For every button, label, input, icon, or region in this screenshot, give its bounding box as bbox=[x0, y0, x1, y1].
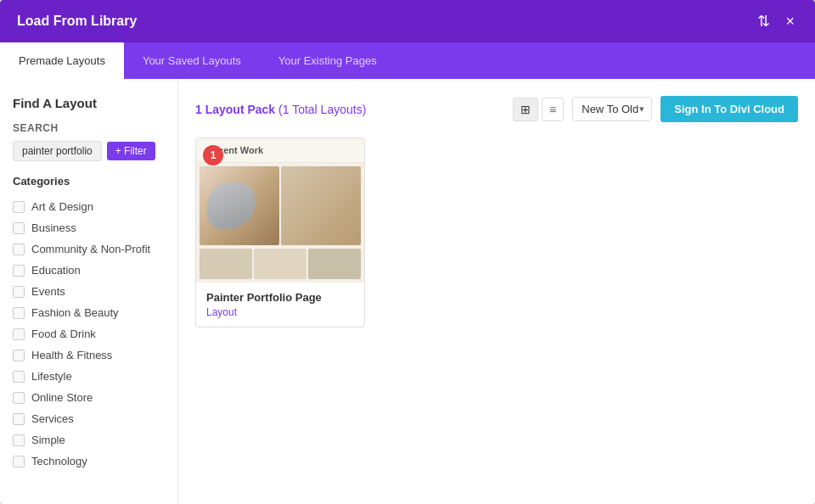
card-thumbnail-bottom bbox=[196, 249, 364, 283]
categories-list: Art & Design Business Community & Non-Pr… bbox=[13, 196, 165, 472]
layout-card-painter-portfolio[interactable]: Recent Work 1 Painter Portfolio Page Lay… bbox=[195, 137, 365, 328]
category-item-services[interactable]: Services bbox=[13, 408, 165, 429]
category-label-events: Events bbox=[31, 285, 65, 298]
card-thumbnail-images bbox=[196, 163, 364, 249]
category-label-simple: Simple bbox=[31, 434, 65, 446]
category-item-health-fitness[interactable]: Health & Fitness bbox=[13, 344, 165, 366]
layout-count-detail: (1 Total Layouts) bbox=[278, 103, 366, 116]
thumbnail-bottom-3 bbox=[308, 249, 361, 279]
grid-view-button[interactable]: ⊞ bbox=[513, 98, 538, 121]
category-item-fashion-beauty[interactable]: Fashion & Beauty bbox=[13, 302, 165, 323]
category-item-community[interactable]: Community & Non-Profit bbox=[13, 238, 165, 260]
category-item-business[interactable]: Business bbox=[13, 217, 165, 238]
tab-premade-layouts[interactable]: Premade Layouts bbox=[0, 42, 124, 79]
category-checkbox-education[interactable] bbox=[13, 265, 25, 277]
close-button[interactable]: × bbox=[782, 9, 798, 34]
thumbnail-image-right bbox=[281, 166, 361, 245]
category-item-technology[interactable]: Technology bbox=[13, 451, 165, 472]
list-view-button[interactable]: ≡ bbox=[542, 98, 564, 121]
category-checkbox-services[interactable] bbox=[13, 413, 25, 425]
modal-header: Load From Library ⇅ × bbox=[0, 0, 815, 42]
search-label: Search bbox=[13, 122, 165, 134]
content-header: 1 Layout Pack (1 Total Layouts) ⊞ ≡ New … bbox=[195, 96, 798, 122]
tab-existing-pages[interactable]: Your Existing Pages bbox=[260, 42, 396, 79]
category-item-education[interactable]: Education bbox=[13, 260, 165, 281]
content-controls: ⊞ ≡ New To OldOld To NewA to ZZ to A Sig… bbox=[513, 96, 798, 122]
category-checkbox-events[interactable] bbox=[13, 286, 25, 298]
thumbnail-image-left bbox=[200, 166, 279, 245]
category-checkbox-fashion-beauty[interactable] bbox=[13, 307, 25, 319]
category-label-lifestyle: Lifestyle bbox=[31, 370, 72, 383]
layouts-grid: Recent Work 1 Painter Portfolio Page Lay… bbox=[195, 137, 798, 328]
layout-count-text: 1 Layout Pack bbox=[195, 103, 275, 116]
category-item-online-store[interactable]: Online Store bbox=[13, 387, 165, 408]
categories-title: Categories bbox=[13, 175, 165, 188]
category-checkbox-food-drink[interactable] bbox=[13, 328, 25, 340]
category-item-events[interactable]: Events bbox=[13, 281, 165, 302]
category-label-technology: Technology bbox=[31, 455, 87, 468]
category-checkbox-technology[interactable] bbox=[13, 456, 25, 468]
card-name: Painter Portfolio Page bbox=[206, 291, 354, 304]
category-checkbox-lifestyle[interactable] bbox=[13, 371, 25, 383]
view-icons: ⊞ ≡ bbox=[513, 98, 564, 121]
category-checkbox-art-design[interactable] bbox=[13, 201, 25, 213]
category-checkbox-health-fitness[interactable] bbox=[13, 350, 25, 361]
category-checkbox-online-store[interactable] bbox=[13, 392, 25, 404]
thumbnail-bottom-2 bbox=[254, 249, 306, 279]
category-item-lifestyle[interactable]: Lifestyle bbox=[13, 366, 165, 387]
list-icon: ≡ bbox=[549, 103, 556, 116]
category-checkbox-simple[interactable] bbox=[13, 434, 25, 446]
load-from-library-modal: Load From Library ⇅ × Premade Layouts Yo… bbox=[0, 0, 815, 504]
category-label-health-fitness: Health & Fitness bbox=[31, 349, 112, 361]
category-item-simple[interactable]: Simple bbox=[13, 429, 165, 451]
sort-select[interactable]: New To OldOld To NewA to ZZ to A bbox=[573, 98, 652, 120]
category-item-food-drink[interactable]: Food & Drink bbox=[13, 323, 165, 344]
modal-body: Find A Layout Search painter portfolio +… bbox=[0, 79, 815, 504]
category-label-education: Education bbox=[31, 264, 81, 277]
category-label-business: Business bbox=[31, 221, 76, 234]
sort-icon-button[interactable]: ⇅ bbox=[754, 8, 773, 34]
category-item-art-design[interactable]: Art & Design bbox=[13, 196, 165, 217]
category-label-food-drink: Food & Drink bbox=[31, 328, 96, 340]
card-info: Painter Portfolio Page Layout bbox=[196, 283, 364, 327]
header-actions: ⇅ × bbox=[754, 8, 798, 34]
content-area: 1 Layout Pack (1 Total Layouts) ⊞ ≡ New … bbox=[178, 79, 815, 504]
sign-in-button[interactable]: Sign In To Divi Cloud bbox=[660, 96, 798, 122]
category-label-community: Community & Non-Profit bbox=[31, 243, 150, 255]
grid-icon: ⊞ bbox=[520, 103, 531, 116]
nav-tabs: Premade Layouts Your Saved Layouts Your … bbox=[0, 42, 815, 79]
search-tag: painter portfolio bbox=[13, 141, 102, 161]
search-tag-row: painter portfolio + Filter bbox=[13, 141, 165, 161]
sort-select-wrapper: New To OldOld To NewA to ZZ to A bbox=[572, 97, 652, 121]
category-checkbox-community[interactable] bbox=[13, 244, 25, 255]
modal-title: Load From Library bbox=[17, 14, 137, 29]
card-type: Layout bbox=[206, 306, 354, 318]
thumbnail-bottom-1 bbox=[200, 249, 252, 279]
tab-saved-layouts[interactable]: Your Saved Layouts bbox=[124, 42, 260, 79]
layout-count: 1 Layout Pack (1 Total Layouts) bbox=[195, 103, 366, 116]
filter-button[interactable]: + Filter bbox=[107, 142, 155, 160]
category-label-fashion-beauty: Fashion & Beauty bbox=[31, 306, 119, 319]
sidebar: Find A Layout Search painter portfolio +… bbox=[0, 79, 178, 504]
sort-icon: ⇅ bbox=[757, 12, 770, 31]
card-badge: 1 bbox=[203, 145, 223, 165]
category-checkbox-business[interactable] bbox=[13, 222, 25, 234]
find-layout-title: Find A Layout bbox=[13, 96, 165, 110]
category-label-services: Services bbox=[31, 412, 74, 425]
card-thumbnail: Recent Work 1 bbox=[196, 138, 364, 283]
category-label-art-design: Art & Design bbox=[31, 200, 93, 213]
category-label-online-store: Online Store bbox=[31, 391, 93, 404]
